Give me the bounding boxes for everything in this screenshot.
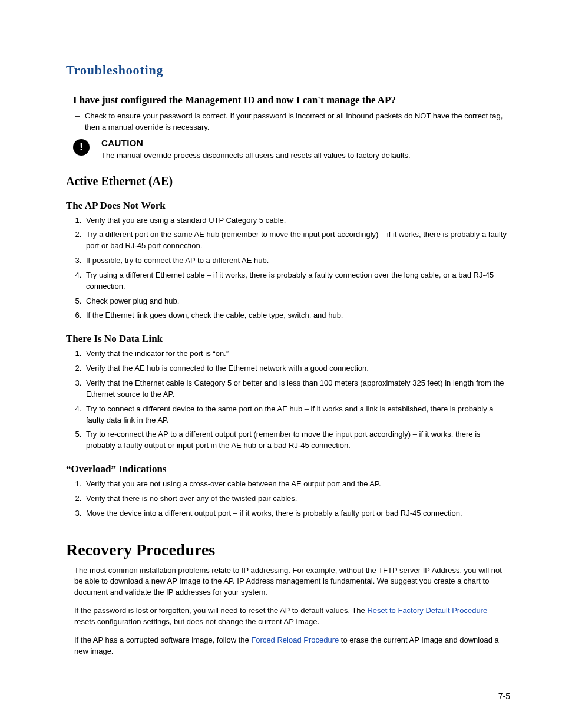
list-item: Try a different port on the same AE hub … <box>84 229 510 252</box>
list-item: Verify that you are not using a cross-ov… <box>84 479 510 490</box>
recovery-paragraph-2: If the password is lost or forgotten, yo… <box>74 605 510 628</box>
caution-label: CAUTION <box>101 138 411 148</box>
subheading-ap-not-work: The AP Does Not Work <box>66 200 510 212</box>
link-forced-reload[interactable]: Forced Reload Procedure <box>251 635 339 644</box>
page-number: 7-5 <box>498 691 510 701</box>
faq-heading: I have just configured the Management ID… <box>73 94 510 106</box>
list-item: Try to connect a different device to the… <box>84 404 510 426</box>
caution-icon <box>73 139 90 156</box>
list-item: Try using a different Ethernet cable – i… <box>84 270 510 292</box>
list-no-data-link: Verify that the indicator for the port i… <box>84 348 510 452</box>
list-overload: Verify that you are not using a cross-ov… <box>84 479 510 519</box>
text-span: resets configuration settings, but does … <box>74 617 319 626</box>
list-item: Verify that the AE hub is connected to t… <box>84 363 510 374</box>
text-span: If the password is lost or forgotten, yo… <box>74 606 367 615</box>
faq-bullet: – Check to ensure your password is corre… <box>74 111 510 133</box>
section-heading-ae: Active Ethernet (AE) <box>66 174 510 188</box>
recovery-paragraph-3: If the AP has a corrupted software image… <box>74 635 510 657</box>
caution-body: The manual override process disconnects … <box>101 150 411 162</box>
list-item: If possible, try to connect the AP to a … <box>84 255 510 266</box>
list-ap-not-work: Verify that you are using a standard UTP… <box>84 215 510 322</box>
list-item: Verify that you are using a standard UTP… <box>84 215 510 226</box>
list-item: Move the device into a different output … <box>84 508 510 519</box>
list-item: Verify that there is no short over any o… <box>84 493 510 505</box>
section-heading-recovery: Recovery Procedures <box>66 541 510 559</box>
subheading-no-data-link: There Is No Data Link <box>66 333 510 345</box>
caution-block: CAUTION The manual override process disc… <box>73 138 510 162</box>
list-item: Verify that the Ethernet cable is Catego… <box>84 378 510 400</box>
list-item: Verify that the indicator for the port i… <box>84 348 510 360</box>
faq-bullet-text: Check to ensure your password is correct… <box>85 111 510 133</box>
link-reset-factory[interactable]: Reset to Factory Default Procedure <box>367 606 487 615</box>
subheading-overload: “Overload” Indications <box>66 463 510 475</box>
dash-icon: – <box>74 111 85 133</box>
recovery-paragraph-1: The most common installation problems re… <box>74 565 510 599</box>
text-span: If the AP has a corrupted software image… <box>74 635 251 644</box>
list-item: If the Ethernet link goes down, check th… <box>84 310 510 321</box>
page-title: Troubleshooting <box>66 62 510 78</box>
list-item: Check power plug and hub. <box>84 296 510 307</box>
list-item: Try to re-connect the AP to a different … <box>84 429 510 452</box>
